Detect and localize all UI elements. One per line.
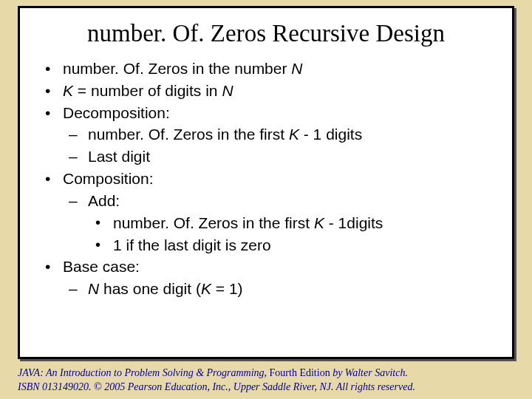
bullet-5a: N has one digit (K = 1) bbox=[63, 278, 490, 300]
bullet-4a2: 1 if the last digit is zero bbox=[88, 234, 490, 256]
bullet-4a: Add: number. Of. Zeros in the first K - … bbox=[63, 190, 490, 256]
footer-line-2: ISBN 013149020. © 2005 Pearson Education… bbox=[18, 381, 514, 395]
slide-frame: number. Of. Zeros Recursive Design numbe… bbox=[18, 6, 514, 359]
bullet-2-mid: = number of digits in bbox=[73, 82, 222, 99]
footer-line-1c: by Walter Savitch. bbox=[330, 367, 408, 378]
bullet-4-sublist: Add: number. Of. Zeros in the first K - … bbox=[63, 190, 490, 256]
bullet-4a1-ital: K bbox=[314, 214, 324, 231]
bullet-1-text: number. Of. Zeros in the number bbox=[63, 60, 291, 77]
bullet-3b: Last digit bbox=[63, 146, 490, 168]
bullet-3a-post: - 1 digits bbox=[299, 126, 362, 143]
slide-title: number. Of. Zeros Recursive Design bbox=[20, 8, 512, 58]
bullet-4a1-post: - 1digits bbox=[324, 214, 383, 231]
bullet-4-text: Composition: bbox=[63, 170, 154, 187]
bullet-5a-post: = 1) bbox=[211, 280, 243, 297]
bullet-5a-ital2: K bbox=[201, 280, 211, 297]
footer-line-1: JAVA: An Introduction to Problem Solving… bbox=[18, 366, 514, 381]
bullet-5a-mid: has one digit ( bbox=[99, 280, 201, 297]
bullet-list: number. Of. Zeros in the number N K = nu… bbox=[42, 58, 490, 300]
bullet-3-text: Decomposition: bbox=[63, 104, 170, 121]
bullet-2: K = number of digits in N bbox=[42, 80, 490, 102]
bullet-3b-text: Last digit bbox=[88, 148, 150, 165]
bullet-4a1: number. Of. Zeros in the first K - 1digi… bbox=[88, 212, 490, 234]
footer-line-1b: Fourth Edition bbox=[270, 367, 330, 378]
bullet-3a-pre: number. Of. Zeros in the first bbox=[88, 126, 289, 143]
bullet-4a1-pre: number. Of. Zeros in the first bbox=[113, 214, 314, 231]
bullet-5-sublist: N has one digit (K = 1) bbox=[63, 278, 490, 300]
bullet-5: Base case: N has one digit (K = 1) bbox=[42, 256, 490, 300]
bullet-5a-ital: N bbox=[88, 280, 99, 297]
slide-content: number. Of. Zeros in the number N K = nu… bbox=[20, 58, 512, 300]
bullet-3a-ital: K bbox=[289, 126, 299, 143]
bullet-5-text: Base case: bbox=[63, 258, 140, 275]
bullet-2-ital1: K bbox=[63, 82, 73, 99]
bullet-4a-text: Add: bbox=[88, 192, 120, 209]
bullet-4a2-text: 1 if the last digit is zero bbox=[113, 236, 271, 253]
footer-line-1a: JAVA: An Introduction to Problem Solving… bbox=[18, 367, 270, 378]
footer: JAVA: An Introduction to Problem Solving… bbox=[18, 366, 514, 395]
bullet-4: Composition: Add: number. Of. Zeros in t… bbox=[42, 168, 490, 256]
bullet-1-ital: N bbox=[291, 60, 302, 77]
bullet-3: Decomposition: number. Of. Zeros in the … bbox=[42, 102, 490, 168]
bullet-3a: number. Of. Zeros in the first K - 1 dig… bbox=[63, 123, 490, 146]
bullet-4a-sublist: number. Of. Zeros in the first K - 1digi… bbox=[88, 212, 490, 256]
bullet-2-ital2: N bbox=[222, 82, 233, 99]
bullet-3-sublist: number. Of. Zeros in the first K - 1 dig… bbox=[63, 123, 490, 168]
bullet-1: number. Of. Zeros in the number N bbox=[42, 58, 490, 80]
